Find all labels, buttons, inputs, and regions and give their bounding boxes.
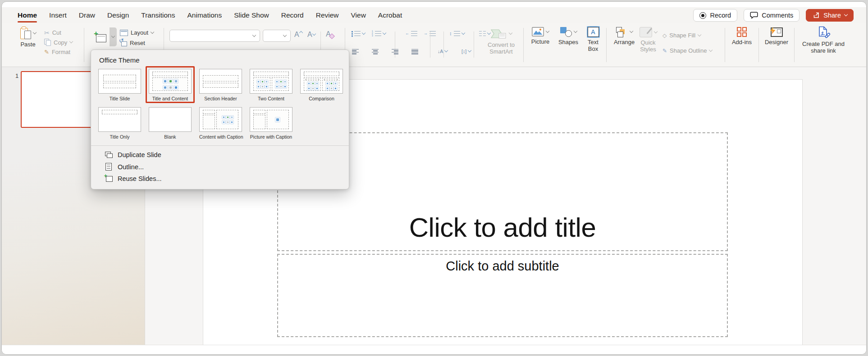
add-ins-button[interactable]: Add-ins [728, 27, 756, 46]
menu-commands: Duplicate SlideOutline...Reuse Slides... [91, 149, 349, 185]
increase-font-size-button[interactable]: A [294, 31, 302, 38]
layout-two-content[interactable]: Two Content [250, 69, 292, 101]
tab-acrobat[interactable]: Acrobat [378, 11, 402, 19]
chevron-down-icon [283, 33, 287, 36]
group-divider [523, 28, 524, 62]
ribbon-tabs: HomeInsertDrawDesignTransitionsAnimation… [18, 7, 402, 23]
decrease-font-size-button[interactable]: A [307, 31, 315, 38]
menu-item-reuse-slides[interactable]: Reuse Slides... [91, 173, 349, 185]
designer-button[interactable]: Designer [762, 27, 791, 46]
layout-content-with-caption[interactable]: Content with Caption [199, 107, 242, 140]
tab-home[interactable]: Home [18, 11, 37, 19]
line-spacing-button[interactable]: ↕ [449, 31, 465, 36]
tab-record[interactable]: Record [281, 11, 304, 19]
text-direction-button[interactable]: ↓A [438, 49, 448, 54]
layout-title-only[interactable]: Title Only [98, 107, 141, 140]
font-name-select[interactable] [169, 30, 260, 42]
add-ins-label: Add-ins [732, 39, 752, 46]
layout-thumbnail [199, 69, 242, 94]
ribbon-tab-bar: HomeInsertDrawDesignTransitionsAnimation… [2, 7, 866, 23]
layout-thumbnail [199, 107, 242, 132]
new-slide-button[interactable]: + [91, 27, 110, 46]
shape-outline-button[interactable]: ✎ Shape Outline [662, 47, 712, 54]
format-painter-icon: ✎ [44, 49, 49, 55]
subtitle-placeholder-text: Click to add subtitle [446, 255, 559, 274]
tab-transitions[interactable]: Transitions [141, 11, 175, 19]
picture-label: Picture [531, 39, 549, 45]
indent-lines-icon [411, 31, 417, 36]
layout-label: Comparison [300, 96, 343, 101]
reset-button[interactable]: ↺ Reset [120, 40, 145, 46]
new-slide-dropdown-button[interactable] [110, 27, 117, 46]
layout-gallery: Title SlideTitle and ContentSection Head… [91, 69, 349, 140]
tab-review[interactable]: Review [316, 11, 339, 19]
layout-icon [120, 30, 128, 36]
tab-slide-show[interactable]: Slide Show [234, 11, 269, 19]
comments-button[interactable]: Comments [744, 9, 799, 22]
align-text-vertical-button[interactable]: [↕] [461, 49, 471, 54]
chevron-down-icon [844, 13, 848, 16]
share-button[interactable]: Share [806, 9, 854, 22]
arrange-button[interactable]: Arrange [610, 27, 638, 46]
layout-comparison[interactable]: Comparison [300, 69, 343, 101]
convert-to-smartart-button[interactable]: Convert to SmartArt [483, 28, 519, 55]
shape-fill-button[interactable]: ◇ Shape Fill [662, 32, 701, 39]
bullets-button[interactable] [352, 31, 365, 36]
title-placeholder-text: Click to add title [409, 212, 596, 250]
layout-blank[interactable]: Blank [149, 107, 192, 140]
shapes-button[interactable]: Shapes [555, 27, 581, 46]
chevron-down-icon [111, 34, 115, 38]
layout-title-and-content[interactable]: Title and Content [149, 69, 192, 101]
menu-item-duplicate-slide[interactable]: Duplicate Slide [91, 149, 349, 161]
arrow-left-icon: ← [405, 32, 409, 36]
layout-button[interactable]: Layout [120, 29, 154, 36]
text-box-button[interactable]: A Text Box [583, 27, 603, 53]
new-slide-icon: + [94, 32, 106, 42]
scissors-icon: ✂ [44, 30, 50, 36]
tab-view[interactable]: View [351, 11, 366, 19]
spacing-lines-icon [454, 31, 460, 36]
align-center-button[interactable] [372, 49, 379, 54]
align-left-button[interactable] [352, 49, 359, 54]
chevron-down-icon [653, 29, 657, 33]
format-painter-button[interactable]: ✎ Format [44, 49, 70, 55]
layout-picture-with-caption[interactable]: Picture with Caption [250, 107, 292, 140]
record-button[interactable]: Record [693, 9, 737, 22]
chevron-down-icon [69, 40, 73, 43]
create-pdf-icon [816, 26, 831, 39]
smartart-icon [490, 28, 507, 40]
layout-thumbnail [149, 69, 192, 94]
group-divider [725, 28, 725, 62]
numbered-list-icon [375, 31, 381, 36]
cut-button[interactable]: ✂ Cut [44, 29, 61, 36]
layout-section-header[interactable]: Section Header [199, 69, 242, 101]
duplicate-slide-icon [105, 152, 113, 158]
tab-animations[interactable]: Animations [187, 11, 222, 19]
chevron-down-icon [509, 31, 512, 35]
chevron-up-icon [299, 31, 302, 35]
arrow-right-icon: → [424, 32, 428, 36]
picture-button[interactable]: Picture [527, 27, 553, 45]
justify-button[interactable] [411, 49, 418, 54]
designer-icon [770, 27, 783, 37]
clear-formatting-button[interactable]: A [326, 31, 335, 38]
group-divider [606, 28, 607, 62]
layout-title-slide[interactable]: Title Slide [98, 69, 141, 101]
comments-label: Comments [762, 12, 793, 19]
numbering-button[interactable] [372, 31, 386, 36]
quick-styles-button[interactable]: Quick Styles [636, 27, 660, 53]
paste-button[interactable]: Paste [14, 27, 41, 48]
copy-button[interactable]: Copy [44, 39, 73, 46]
decrease-indent-button[interactable]: ← [405, 31, 417, 36]
tab-insert[interactable]: Insert [49, 11, 67, 19]
tab-design[interactable]: Design [107, 11, 129, 19]
font-size-select[interactable] [263, 30, 291, 42]
tab-draw[interactable]: Draw [79, 11, 95, 19]
subtitle-placeholder[interactable]: Click to add subtitle [277, 254, 728, 337]
new-slide-split-button[interactable]: + [91, 27, 117, 46]
menu-item-outline[interactable]: Outline... [91, 161, 349, 173]
align-right-button[interactable] [392, 49, 398, 54]
shape-outline-label: Shape Outline [670, 47, 707, 54]
create-pdf-button[interactable]: Create PDF and share link [797, 26, 850, 54]
shape-fill-label: Shape Fill [669, 32, 695, 39]
